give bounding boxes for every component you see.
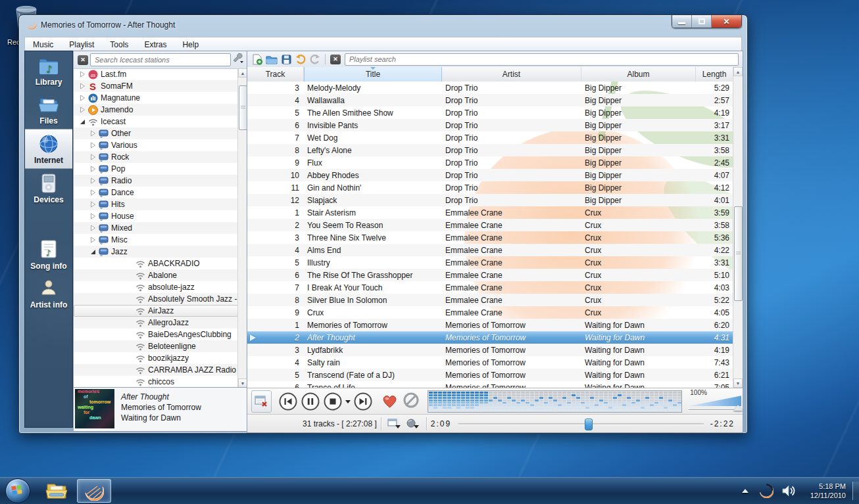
minimize-button[interactable]: ▬ [672, 15, 692, 28]
tree-item[interactable]: asLast.fm [74, 68, 238, 80]
playlist-row[interactable]: 2You Seem To ReasonEmmalee CraneCrux3:58 [247, 219, 733, 231]
column-header-title[interactable]: Title [304, 67, 442, 81]
sidebar-item-devices[interactable]: Devices [25, 169, 72, 208]
playlist-row[interactable]: 6The Rise Of The GrasshopperEmmalee Cran… [247, 269, 733, 281]
menu-extras[interactable]: Extras [136, 39, 174, 51]
tree-item[interactable]: Radio [74, 175, 238, 187]
tree-item[interactable]: Beloteenligne [74, 340, 238, 352]
next-button[interactable] [353, 392, 373, 411]
tree-item[interactable]: Abalone [74, 269, 238, 281]
menu-playlist[interactable]: Playlist [61, 39, 102, 51]
previous-button[interactable] [278, 392, 298, 411]
scroll-up-icon[interactable]: ▲ [238, 68, 247, 78]
tree-item[interactable]: Pop [74, 163, 238, 175]
column-header-artist[interactable]: Artist [442, 67, 581, 81]
playlist-row[interactable]: 5The Allen Smithee ShowDrop TrioBig Dipp… [247, 106, 733, 119]
sidebar-item-internet[interactable]: Internet [25, 129, 72, 169]
tree-item[interactable]: Various [74, 139, 238, 151]
playlist-scrollbar[interactable]: ▲ ▼ [733, 67, 743, 388]
playlist-row[interactable]: 9FluxDrop TrioBig Dipper2:45 [247, 156, 733, 169]
playlist-row[interactable]: 3LydfabrikkMemories of TomorrowWaiting f… [247, 344, 733, 356]
collapse-arrow-icon[interactable] [88, 248, 97, 255]
shuffle-repeat-button[interactable] [405, 417, 422, 430]
playlist-row-playing[interactable]: 2After ThoughtMemories of TomorrowWaitin… [247, 331, 733, 344]
sidebar-item-artist-info[interactable]: Artist info [25, 274, 72, 313]
scroll-up-icon[interactable]: ▲ [733, 67, 743, 76]
show-desktop-button[interactable] [852, 482, 859, 500]
hidden-icons-arrow-icon[interactable] [742, 489, 749, 493]
tree-item[interactable]: Mixed [74, 222, 238, 234]
love-heart-button[interactable] [381, 392, 399, 411]
title-bar[interactable]: Memories of Tomorrow - After Thought [19, 15, 747, 35]
tree-item[interactable]: boozikjazzy [74, 352, 238, 364]
stop-menu-arrow-icon[interactable] [345, 400, 351, 403]
playlist-row[interactable]: 4Salty rainMemories of TomorrowWaiting f… [247, 356, 733, 369]
expand-arrow-icon[interactable] [78, 83, 87, 89]
seek-slider[interactable] [458, 419, 704, 429]
playlist-row[interactable]: 1Stair AsterismEmmalee CraneCrux3:59 [247, 206, 733, 219]
clear-search-icon[interactable]: ✕ [78, 55, 88, 65]
playlist-row[interactable]: 7Wet DogDrop TrioBig Dipper3:31 [247, 131, 733, 144]
expand-arrow-icon[interactable] [78, 106, 87, 113]
playlist-row[interactable]: 5IllustryEmmalee CraneCrux3:31 [247, 256, 733, 269]
tree-item[interactable]: CARRAMBA JAZZ Radio Sta... [74, 364, 238, 376]
scroll-down-icon[interactable]: ▼ [733, 378, 743, 388]
tree-item[interactable]: Rock [74, 151, 238, 163]
tree-item[interactable]: Magnatune [74, 92, 238, 104]
volume-control[interactable]: 100% [689, 390, 743, 413]
tree-item[interactable]: chiccos [74, 376, 238, 388]
start-button[interactable] [5, 478, 30, 503]
undo-icon[interactable] [293, 53, 308, 66]
expand-arrow-icon[interactable] [88, 189, 97, 196]
playlist-row[interactable]: 9CruxEmmalee CraneCrux4:05 [247, 306, 733, 319]
expand-arrow-icon[interactable] [88, 154, 97, 160]
playlist-search-input[interactable] [345, 53, 739, 66]
maximize-button[interactable] [692, 15, 712, 28]
expand-arrow-icon[interactable] [88, 130, 97, 137]
tree-item[interactable]: Jamendo [74, 104, 238, 116]
tree-item[interactable]: Dance [74, 187, 238, 198]
tree-item[interactable]: absolute-jazz [74, 281, 238, 293]
scroll-thumb[interactable] [734, 206, 743, 301]
seek-handle[interactable] [585, 419, 593, 430]
playlist-row[interactable]: 8Lefty's AloneDrop TrioBig Dipper3:58 [247, 144, 733, 156]
tray-volume-icon[interactable] [781, 485, 796, 497]
icecast-search-input[interactable] [90, 53, 231, 66]
remove-playlist-button[interactable] [251, 390, 272, 413]
album-art[interactable]: memoriesoftomorrowwaitingfordawn [75, 389, 114, 428]
save-playlist-button[interactable] [279, 53, 293, 66]
tree-item[interactable]: ABACKRADIO [74, 258, 238, 269]
column-header-track[interactable]: Track [247, 67, 304, 81]
tray-clementine-icon[interactable] [759, 484, 773, 498]
expand-arrow-icon[interactable] [88, 177, 97, 184]
stop-button[interactable] [323, 392, 343, 411]
taskbar-explorer-button[interactable] [40, 480, 73, 502]
volume-slider-handle[interactable] [733, 405, 743, 411]
tree-item[interactable]: Hits [74, 198, 238, 210]
expand-arrow-icon[interactable] [88, 237, 97, 243]
playlist-row[interactable]: 8Silver Blue In SolomonEmmalee CraneCrux… [247, 294, 733, 306]
playlist-row[interactable]: 5Transcend (Fate of a DJ)Memories of Tom… [247, 369, 733, 381]
tree-item[interactable]: Jazz [74, 246, 238, 258]
tree-item[interactable]: Misc [74, 234, 238, 246]
tree-item[interactable]: SSomaFM [74, 80, 238, 92]
collapse-arrow-icon[interactable] [78, 118, 87, 125]
playlist-row[interactable]: 3Melody-MelodyDrop TrioBig Dipper5:29 [247, 81, 733, 94]
playlist-row[interactable]: 1Memories of TomorrowMemories of Tomorro… [247, 319, 733, 331]
sidebar-item-files[interactable]: Files [25, 90, 72, 129]
expand-arrow-icon[interactable] [88, 213, 97, 219]
taskbar-clementine-button[interactable] [77, 479, 111, 503]
menu-tools[interactable]: Tools [102, 39, 136, 51]
wrench-icon[interactable] [231, 53, 245, 66]
column-header-length[interactable]: Length [696, 67, 733, 81]
playlist-row[interactable]: 11Gin and Nothin'Drop TrioBig Dipper4:12 [247, 181, 733, 194]
ban-button[interactable] [403, 392, 420, 411]
clear-playlist-search-icon[interactable]: ✕ [330, 55, 341, 64]
playlist-row[interactable]: 4WallawallaDrop TrioBig Dipper2:57 [247, 94, 733, 106]
tree-item[interactable]: Icecast [74, 116, 238, 127]
playlist-row[interactable]: 12SlapjackDrop TrioBig Dipper4:01 [247, 194, 733, 206]
menu-help[interactable]: Help [174, 39, 207, 51]
tree-item[interactable]: House [74, 210, 238, 222]
scroll-down-icon[interactable]: ▼ [238, 378, 247, 388]
expand-arrow-icon[interactable] [88, 166, 97, 172]
